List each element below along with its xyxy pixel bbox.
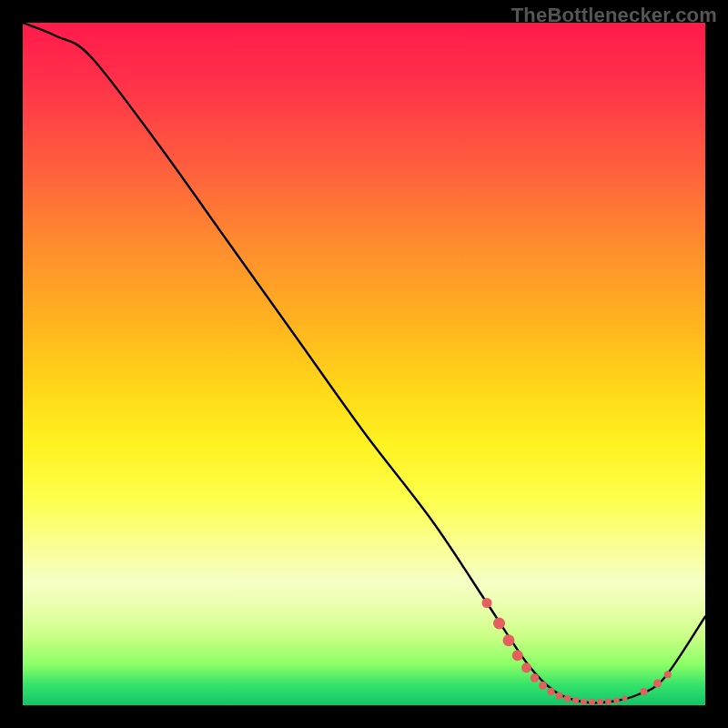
- marker-cluster: [613, 698, 619, 703]
- plot-area: [23, 23, 705, 705]
- marker-cluster: [521, 662, 531, 672]
- marker-cluster: [493, 618, 505, 630]
- marker-cluster: [589, 699, 595, 705]
- marker-cluster: [597, 699, 603, 705]
- marker-cluster: [547, 688, 554, 695]
- marker-cluster: [664, 671, 672, 678]
- chart-svg: [23, 23, 705, 705]
- marker-cluster: [503, 634, 515, 646]
- marker-group: [482, 598, 672, 705]
- marker-cluster: [539, 682, 547, 690]
- attribution-label: TheBottlenecker.com: [511, 4, 717, 27]
- marker-cluster: [482, 598, 492, 608]
- marker-cluster: [512, 650, 523, 661]
- marker-cluster: [653, 680, 662, 688]
- marker-cluster: [605, 698, 612, 704]
- marker-cluster: [572, 697, 579, 703]
- marker-cluster: [564, 695, 571, 703]
- bottleneck-curve: [23, 23, 705, 703]
- chart-frame: TheBottlenecker.com: [0, 0, 728, 728]
- marker-cluster: [556, 693, 563, 700]
- marker-cluster: [622, 696, 628, 702]
- marker-cluster: [531, 673, 540, 682]
- marker-cluster: [581, 698, 587, 704]
- marker-cluster: [641, 688, 648, 695]
